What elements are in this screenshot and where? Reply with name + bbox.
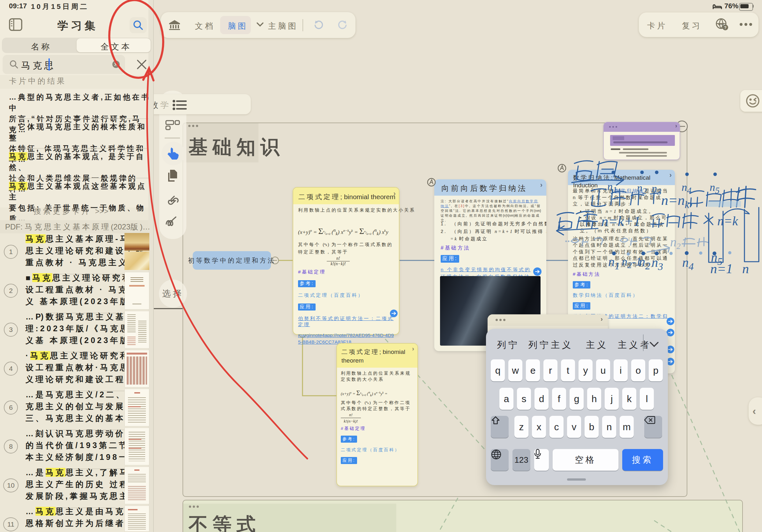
svg-text:ww: ww bbox=[718, 22, 724, 26]
svg-text:?: ? bbox=[724, 25, 726, 30]
